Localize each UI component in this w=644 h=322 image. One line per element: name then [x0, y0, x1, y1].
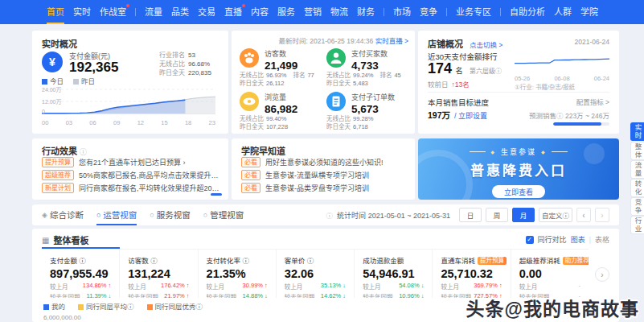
decor-line — [470, 151, 486, 152]
board-metric-refund-amount[interactable]: 成功退款金额 54,946.91 较上月 54.08% ↓ 较去年同期 10.9… — [355, 250, 433, 298]
boost-rec-badge[interactable]: 助力推荐 — [563, 257, 589, 265]
side-tab-realtime[interactable]: 实时 — [630, 122, 644, 141]
range-day-button[interactable]: 日 — [459, 208, 482, 222]
banner-view-button[interactable]: 立即查看 — [492, 185, 545, 198]
legend-peer-best-swatch — [147, 304, 153, 310]
nav-divider — [500, 8, 501, 16]
metric-pay-buyers[interactable]: 支付买家数 4,733 无线占比99.24%排名45 昨日全天5,483 — [326, 48, 412, 72]
board-metrics-row: 支付金额 ⓘ 897,955.49 较上月 134.86% ↑ 较去年同期 11… — [42, 249, 589, 298]
metric-value: 21,499 — [265, 60, 325, 72]
academy-text: 生意参谋-流量纵横专项学习培训 — [265, 170, 369, 180]
tab-service-view[interactable]: ○服务视窗 — [150, 204, 190, 225]
nav-item-self-analysis[interactable]: 自助分析 — [510, 0, 545, 24]
nav-item-logistics[interactable]: 物流 — [330, 0, 348, 24]
goal-set-link[interactable]: / 立即设置 — [454, 112, 487, 120]
nav-item-audience[interactable]: 人群 — [554, 0, 572, 24]
side-tab-competition[interactable]: 竞争 — [630, 197, 644, 216]
action-item[interactable]: 超级推荐 50%商家都已报名,商品平均点击效果提升30%,快速… › — [42, 170, 220, 180]
action-item[interactable]: 提升预算 您有21个直通车计划已达日预算 › — [42, 157, 220, 167]
academy-item[interactable]: 必看 生意参谋-流量纵横专项学习培训 — [241, 170, 407, 180]
board-metric-pay-amount[interactable]: 支付金额 ⓘ 897,955.49 较上月 134.86% ↑ 较去年同期 11… — [42, 250, 120, 298]
side-tab-industry[interactable]: 行业 — [630, 216, 644, 234]
board-metric-ztc-spend[interactable]: 直通车消耗提升预算 25,710.32 较上月 369.79% ↑ 较去年同期 … — [433, 250, 511, 298]
nav-item-category[interactable]: 品类 — [171, 0, 189, 24]
shop-rank-delta: 较前日↑13名 — [428, 79, 470, 89]
metric-visitors[interactable]: 访客数 21,499 无线占比96.93%排名77 昨日全天26,112 — [240, 48, 325, 72]
nav-divider — [384, 8, 384, 16]
metric-pay-suborders[interactable]: 支付子订单数 5,673 无线占比99.28% 昨日全天6,718 — [326, 92, 412, 115]
academy-item[interactable]: 必看 生意参谋-品类罗盘专项学习培训 — [241, 183, 407, 193]
tab-comprehensive-diagnosis[interactable]: ◈综合诊断 — [42, 204, 84, 225]
board-metric-conversion-rate[interactable]: 支付转化率 ⓘ 21.35% 较上月 30.99% ↑ 较去年同期 14.88%… — [199, 250, 277, 298]
range-custom-button[interactable]: 自定义ⓘ — [539, 208, 572, 222]
realtime-live-link[interactable]: 实时直播 > — [375, 37, 408, 45]
nav-item-market[interactable]: 市场 — [393, 0, 411, 24]
goal-config-link[interactable]: 配置指标 > — [576, 97, 609, 106]
nav-divider — [446, 8, 447, 16]
side-tab-traffic[interactable]: 流量 — [630, 160, 644, 179]
nav-item-academy[interactable]: 学院 — [580, 0, 598, 24]
nav-item-traffic[interactable]: 流量 — [145, 0, 162, 24]
updated-time: 最新时间: 2021-06-25 19:44:36 实时直播 > — [279, 35, 408, 45]
pay-amount-value: 192,365 — [69, 60, 118, 76]
action-item[interactable]: 新星计划 同行商家都在报名,平均转化效果提升超20%,快速打… › — [42, 183, 220, 193]
shop-title: 店铺概况 — [428, 37, 463, 50]
side-tab-conversion[interactable]: 转化 — [630, 179, 644, 197]
pay-amount-icon: ¥ — [42, 52, 63, 72]
nav-item-business-zone[interactable]: 业务专区 — [456, 0, 491, 24]
peer-compare-checkbox[interactable]: ✓ — [526, 236, 534, 244]
range-week-button[interactable]: 周 — [486, 208, 508, 222]
tab-management-view[interactable]: ○管理视窗 — [203, 204, 244, 225]
chart-toggle[interactable]: 图表 — [571, 234, 585, 245]
board-y-axis-label: 6,000,000.00 — [43, 314, 81, 321]
range-month-button[interactable]: 月 — [512, 208, 535, 222]
diagnosis-icon: ◈ — [42, 204, 47, 225]
info-icon: ⓘ — [80, 148, 87, 156]
action-title: 行动效果ⓘ — [42, 144, 87, 157]
side-tab-overall[interactable]: 整体 — [630, 142, 644, 160]
legend-today-swatch — [42, 79, 47, 85]
boost-budget-badge[interactable]: 提升预算 — [478, 257, 507, 265]
nav-item-service[interactable]: 服务 — [277, 0, 295, 24]
action-text: 同行商家都在报名,平均转化效果提升超20%,快速打… › — [79, 183, 220, 193]
pageviews-eye-icon — [240, 92, 259, 111]
board-metric-avg-order-value[interactable]: 客单价 ⓘ 32.06 较上月 35.13% ↓ 较去年同期 14.62% ↓ — [277, 250, 355, 298]
table-toggle[interactable]: 表格 — [595, 234, 609, 245]
shop-switch-link[interactable]: 点击切换 > — [470, 39, 502, 49]
nav-item-realtime[interactable]: 实时 — [73, 0, 91, 24]
academy-title: 学院早知道 — [241, 144, 285, 157]
shop-industry-note: ①行业: 书籍/杂志/报纸 — [515, 82, 575, 91]
academy-item[interactable]: 必看 用好生意参谋必须知道的这些小知识! — [241, 157, 407, 167]
divider — [428, 92, 609, 93]
tab-operation-view[interactable]: ○运营视窗 — [96, 204, 137, 225]
must-read-tag: 必看 — [241, 157, 260, 167]
board-grid-icon: ▦ — [42, 236, 49, 245]
prev-period-button[interactable]: ‹ — [576, 208, 591, 222]
realtime-trend-chart: 24.00万 12.00万 0 0003 0609 1215 1823 — [42, 89, 215, 126]
nav-item-competition[interactable]: 竞争 — [420, 0, 437, 24]
metric-pageviews[interactable]: 浏览量 86,982 无线占比99.40% 昨日全天107,228 — [240, 92, 325, 115]
action-tag: 提升预算 — [42, 157, 74, 167]
action-text: 您有21个直通车计划已达日预算 › — [79, 157, 186, 167]
realtime-metrics-card: 最新时间: 2021-06-25 19:44:36 实时直播 > 访客数 21,… — [232, 31, 415, 134]
nav-item-home[interactable]: 首页 — [47, 0, 64, 24]
metric-substats: 无线占比99.28% 昨日全天6,718 — [326, 115, 412, 131]
action-tag: 新星计划 — [42, 183, 74, 193]
next-period-button[interactable]: › — [595, 208, 609, 222]
nav-item-live[interactable]: 直播 — [224, 0, 242, 24]
nav-item-content[interactable]: 内容 — [251, 0, 269, 24]
suborders-document-icon — [326, 92, 346, 111]
nav-divider — [135, 8, 136, 16]
promo-banner[interactable]: ◆ 生意参谋 ◆ 普惠降费入口 立即查看 — [418, 138, 619, 200]
nav-item-finance[interactable]: 财务 — [357, 0, 375, 24]
decor-diamond: ◆ — [490, 149, 496, 155]
nav-item-marketing[interactable]: 营销 — [304, 0, 322, 24]
shop-rank-line-chart — [515, 52, 609, 71]
goal-progress-bar — [553, 122, 609, 126]
board-metric-super-rec-spend[interactable]: 超级推荐消耗助力推荐 0.00 较上月 - 较去年同期 - — [511, 250, 589, 298]
shop-rank-chart: 05-26 06-08 06-24 — [515, 52, 609, 82]
nav-item-trade[interactable]: 交易 — [198, 0, 215, 24]
board-metric-visitors[interactable]: 访客数 ⓘ 131,224 较上月 176.42% ↑ 较去年同期 21.97%… — [120, 250, 198, 298]
metrics-carousel-next-button[interactable]: › — [595, 267, 609, 282]
nav-item-war-room[interactable]: 作战室 — [100, 0, 126, 24]
